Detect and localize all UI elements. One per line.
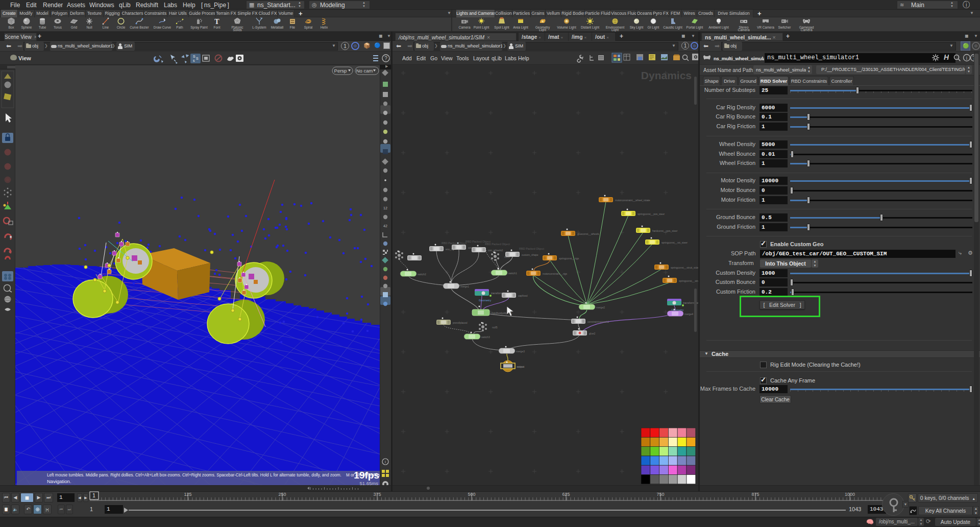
svg-text:875: 875 bbox=[751, 492, 759, 497]
svg-text:merge2: merge2 bbox=[596, 306, 605, 309]
svg-text:750: 750 bbox=[656, 492, 664, 497]
svg-text:Draw Curve: Draw Curve bbox=[154, 26, 172, 29]
svg-text:Light: Light bbox=[611, 28, 619, 32]
svg-text:Caustic Light: Caustic Light bbox=[663, 26, 682, 30]
svg-text:s: s bbox=[193, 59, 195, 62]
svg-text:1: 1 bbox=[92, 493, 95, 498]
svg-text:Sphere: Sphere bbox=[21, 26, 32, 30]
svg-text:Null: Null bbox=[86, 26, 92, 29]
svg-text:L-System: L-System bbox=[252, 26, 266, 30]
svg-text:output: output bbox=[517, 365, 525, 368]
svg-text:custom_shape: custom_shape bbox=[522, 253, 538, 256]
svg-text:merge1: merge1 bbox=[460, 285, 469, 288]
svg-text:250: 250 bbox=[278, 492, 286, 497]
svg-text:Navigation.: Navigation. bbox=[47, 478, 71, 484]
svg-text:glueconst__wheels: glueconst__wheels bbox=[577, 232, 599, 235]
svg-text:19fps: 19fps bbox=[354, 470, 379, 481]
svg-text:Box: Box bbox=[8, 26, 14, 29]
svg-text:Camera: Camera bbox=[458, 26, 471, 29]
svg-text:Solids: Solids bbox=[233, 28, 242, 32]
svg-text:switch1: switch1 bbox=[508, 272, 517, 275]
svg-text:Camera: Camera bbox=[738, 28, 750, 32]
svg-text:Dynamics: Dynamics bbox=[641, 69, 692, 81]
svg-text:Portal Light: Portal Light bbox=[687, 26, 703, 30]
svg-text:prerollplaced: prerollplaced bbox=[453, 321, 468, 324]
svg-text:T: T bbox=[214, 18, 219, 26]
svg-text:Volume Light: Volume Light bbox=[557, 26, 576, 30]
svg-text:Geometry: Geometry bbox=[479, 299, 491, 302]
svg-text:merge3: merge3 bbox=[516, 350, 525, 353]
svg-text:375: 375 bbox=[373, 492, 381, 497]
svg-text:?: ? bbox=[384, 56, 387, 61]
svg-text:Distant Light: Distant Light bbox=[581, 26, 599, 30]
svg-text:Font: Font bbox=[213, 26, 220, 29]
svg-text:switch2: switch2 bbox=[418, 273, 426, 276]
svg-text:Area Light: Area Light bbox=[513, 26, 528, 30]
svg-text:GI Light: GI Light bbox=[648, 26, 659, 30]
svg-text:capfixed: capfixed bbox=[518, 294, 528, 297]
svg-text:RBD Packed Object: RBD Packed Object bbox=[485, 243, 510, 246]
svg-text:springconst__rot_steer: springconst__rot_steer bbox=[662, 241, 688, 244]
svg-text:Helix: Helix bbox=[321, 26, 328, 29]
svg-text:125: 125 bbox=[184, 492, 191, 497]
svg-text:Spot Light: Spot Light bbox=[494, 26, 509, 30]
svg-text:Persp: Persp bbox=[334, 68, 347, 74]
svg-text:null5: null5 bbox=[492, 326, 498, 329]
svg-text:12: 12 bbox=[383, 206, 387, 210]
svg-text:51.65ms: 51.65ms bbox=[360, 481, 379, 485]
svg-text:Sky Light: Sky Light bbox=[630, 26, 644, 30]
svg-text:Point Light: Point Light bbox=[474, 26, 489, 30]
svg-text:Torus: Torus bbox=[54, 26, 62, 29]
svg-text:Metaball: Metaball bbox=[271, 26, 284, 29]
svg-text:switch3: switch3 bbox=[481, 336, 490, 339]
svg-text:Spray Paint: Spray Paint bbox=[190, 26, 208, 30]
svg-text:S: S bbox=[196, 57, 199, 60]
svg-text:625: 625 bbox=[562, 492, 570, 497]
svg-text:merge4: merge4 bbox=[684, 313, 693, 316]
svg-text:File: File bbox=[290, 26, 296, 29]
svg-text:Spiral: Spiral bbox=[304, 26, 313, 30]
svg-text:Left mouse tumbles. Middle pan: Left mouse tumbles. Middle pans. Right d… bbox=[47, 472, 380, 477]
svg-text:i: i bbox=[385, 460, 386, 464]
svg-text:No cam: No cam bbox=[356, 68, 373, 74]
svg-text:Light: Light bbox=[539, 28, 546, 32]
svg-text:Line: Line bbox=[103, 26, 109, 29]
svg-text:motorconstraint__rigs: motorconstraint__rigs bbox=[543, 272, 568, 275]
svg-text:RBD Packed Object: RBD Packed Object bbox=[442, 242, 467, 245]
svg-text:VR Camera: VR Camera bbox=[757, 26, 774, 29]
svg-text:Tube: Tube bbox=[39, 26, 46, 29]
svg-text:Switcher: Switcher bbox=[778, 26, 792, 29]
svg-text:Curve Bezier: Curve Bezier bbox=[130, 26, 149, 29]
svg-text:Circle: Circle bbox=[117, 26, 126, 29]
svg-text:glue2: glue2 bbox=[589, 332, 595, 335]
svg-text:1000: 1000 bbox=[845, 492, 855, 497]
svg-text:i: i bbox=[966, 55, 968, 61]
svg-text:S: S bbox=[193, 55, 195, 58]
svg-text:RBD Packed Object: RBD Packed Object bbox=[519, 247, 544, 250]
svg-text:Camera: Camera bbox=[800, 28, 813, 32]
svg-text:springconst__rigs: springconst__rigs bbox=[559, 257, 579, 260]
svg-text:motorconstraint__wheel_rotate: motorconstraint__wheel_rotate bbox=[615, 199, 650, 202]
svg-text:42: 42 bbox=[383, 224, 387, 228]
svg-text:Grid: Grid bbox=[71, 26, 78, 29]
svg-text:constraintnetwork1: constraintnetwork1 bbox=[587, 320, 609, 323]
svg-text:Ambient Light: Ambient Light bbox=[708, 26, 729, 30]
svg-text:con_wheels2: con_wheels2 bbox=[488, 249, 503, 252]
svg-text:Path: Path bbox=[176, 26, 183, 29]
svg-text:springconst__strutt_side_pos: springconst__strutt_side_pos bbox=[671, 266, 698, 269]
svg-text:500: 500 bbox=[468, 492, 475, 497]
